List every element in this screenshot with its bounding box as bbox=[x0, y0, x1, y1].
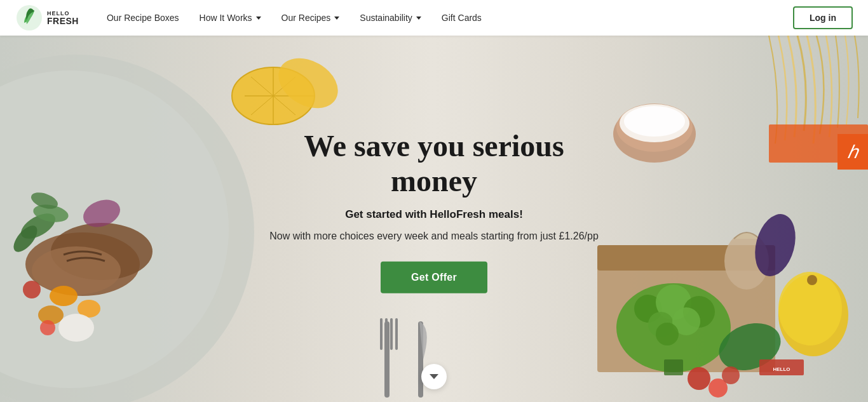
login-button[interactable]: Log in bbox=[793, 6, 853, 29]
hero-content: We save you serious money Get started wi… bbox=[269, 128, 599, 293]
get-offer-button[interactable]: Get Offer bbox=[381, 262, 487, 293]
nav-item-recipe-boxes[interactable]: Our Recipe Boxes bbox=[99, 8, 187, 28]
chevron-down-icon bbox=[334, 17, 339, 20]
logo-text: HELLO FRESH bbox=[47, 11, 79, 25]
hero-description: Now with more choices every week and mea… bbox=[269, 229, 599, 244]
nav-item-gift-cards[interactable]: Gift Cards bbox=[434, 8, 489, 28]
hero-headline: We save you serious money bbox=[269, 128, 599, 198]
logo[interactable]: HELLO FRESH bbox=[15, 4, 79, 32]
nav-item-sustainability[interactable]: Sustainability bbox=[352, 8, 429, 28]
chevron-down-icon bbox=[430, 374, 438, 379]
chevron-down-icon bbox=[416, 17, 421, 20]
hero-section: HELLO We save you serious money Get star… bbox=[0, 36, 868, 402]
logo-icon bbox=[15, 4, 43, 32]
navbar: HELLO FRESH Our Recipe Boxes How It Work… bbox=[0, 0, 868, 36]
hero-subheadline: Get started with HelloFresh meals! bbox=[269, 208, 599, 221]
scroll-down-button[interactable] bbox=[421, 364, 447, 389]
honey-icon: ℎ bbox=[847, 142, 858, 163]
nav-item-our-recipes[interactable]: Our Recipes bbox=[274, 8, 348, 28]
honey-widget-button[interactable]: ℎ bbox=[837, 134, 868, 170]
logo-fresh-text: FRESH bbox=[47, 17, 79, 25]
nav-item-how-it-works[interactable]: How It Works bbox=[192, 8, 269, 28]
nav-links: Our Recipe Boxes How It Works Our Recipe… bbox=[99, 8, 793, 28]
chevron-down-icon bbox=[256, 17, 261, 20]
